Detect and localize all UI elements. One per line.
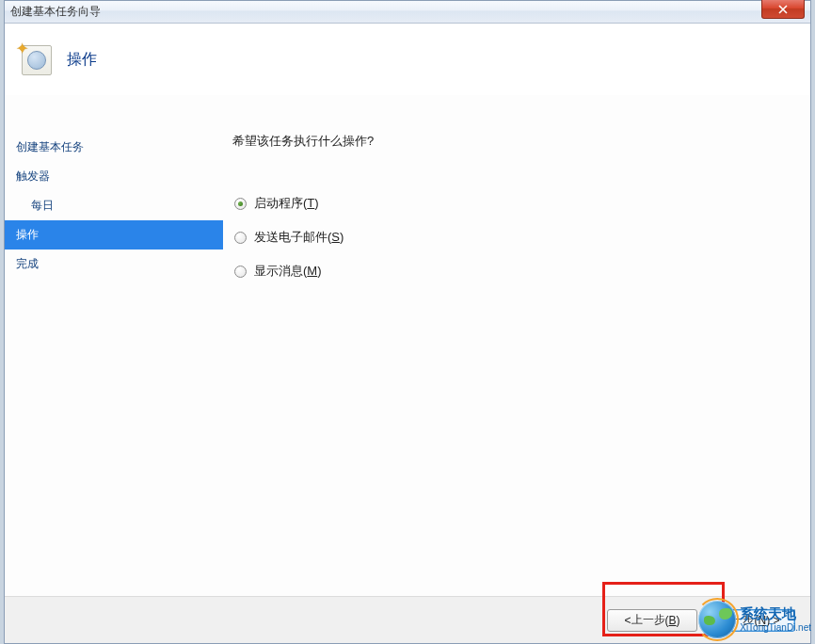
header-panel: ✦ 操作 bbox=[5, 24, 810, 95]
main-content: 希望该任务执行什么操作? 启动程序(T) 发送电子邮件(S) bbox=[223, 95, 810, 596]
page-title: 操作 bbox=[67, 50, 97, 70]
footer: <上一步(B) 下一步(N) > bbox=[5, 596, 810, 643]
sidebar-step-finish[interactable]: 完成 bbox=[5, 250, 223, 279]
close-button[interactable] bbox=[761, 0, 805, 19]
action-radio-group: 启动程序(T) 发送电子邮件(S) 显示消息(M) bbox=[232, 195, 801, 280]
wizard-window: 创建基本任务向导 ✦ 操作 创建基本任务 触发器 每日 操作 完成 希望该任务执… bbox=[4, 0, 811, 644]
option-show-message[interactable]: 显示消息(M) bbox=[234, 263, 801, 280]
window-title: 创建基本任务向导 bbox=[10, 4, 101, 20]
option-send-email[interactable]: 发送电子邮件(S) bbox=[234, 229, 801, 246]
close-icon bbox=[778, 5, 788, 14]
titlebar: 创建基本任务向导 bbox=[5, 1, 810, 24]
option-show-message-label: 显示消息(M) bbox=[254, 263, 322, 280]
sidebar-step-daily[interactable]: 每日 bbox=[5, 191, 223, 220]
next-button[interactable]: 下一步(N) > bbox=[705, 609, 795, 632]
wizard-task-icon: ✦ bbox=[18, 41, 54, 77]
sidebar-step-trigger[interactable]: 触发器 bbox=[5, 162, 223, 191]
sidebar-step-action[interactable]: 操作 bbox=[5, 220, 223, 250]
radio-start-program[interactable] bbox=[234, 198, 247, 210]
option-start-program-label: 启动程序(T) bbox=[254, 195, 319, 212]
radio-show-message[interactable] bbox=[234, 266, 247, 278]
body-area: 创建基本任务 触发器 每日 操作 完成 希望该任务执行什么操作? 启动程序(T)… bbox=[5, 95, 810, 596]
action-question: 希望该任务执行什么操作? bbox=[232, 133, 801, 150]
option-send-email-label: 发送电子邮件(S) bbox=[254, 229, 344, 246]
back-button[interactable]: <上一步(B) bbox=[607, 609, 697, 632]
sidebar-step-create-basic-task[interactable]: 创建基本任务 bbox=[5, 133, 223, 162]
option-start-program[interactable]: 启动程序(T) bbox=[234, 195, 801, 212]
radio-send-email[interactable] bbox=[234, 232, 247, 244]
wizard-steps-sidebar: 创建基本任务 触发器 每日 操作 完成 bbox=[5, 95, 223, 596]
